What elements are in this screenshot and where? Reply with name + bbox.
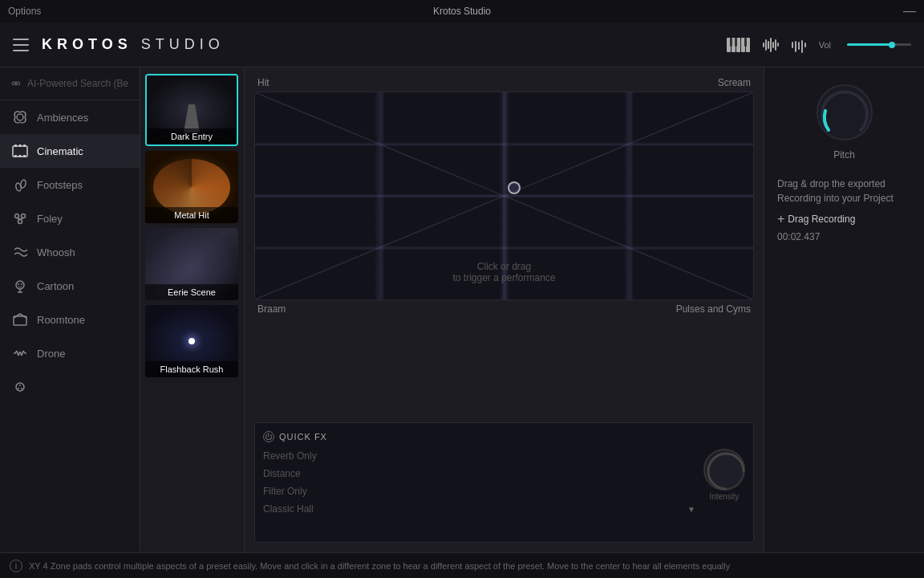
- svg-line-27: [23, 351, 25, 353]
- roomtone-icon: [11, 311, 29, 328]
- preset-label: Eerie Scene: [145, 284, 238, 300]
- fx-intensity-knob[interactable]: Intensity: [703, 449, 745, 490]
- footsteps-icon: [11, 176, 29, 193]
- fx-distance[interactable]: Distance: [263, 466, 695, 481]
- svg-line-14: [20, 218, 23, 220]
- svg-rect-5: [14, 155, 17, 157]
- vol-slider[interactable]: [847, 43, 911, 46]
- quick-fx-header: ⏻ QUICK FX: [263, 431, 745, 442]
- minimize-button[interactable]: —: [903, 4, 916, 18]
- sidebar-item-label: Cinematic: [37, 145, 83, 157]
- xy-labels-top: Hit Scream: [254, 77, 754, 88]
- fx-reverb-only[interactable]: Reverb Only: [263, 449, 695, 463]
- preset-metal-hit[interactable]: Metal Hit: [145, 151, 238, 223]
- xy-area: Hit Scream: [245, 67, 764, 552]
- svg-rect-2: [14, 144, 17, 147]
- pitch-knob-section: Pitch: [813, 80, 877, 161]
- app-title: Krotos Studio: [433, 6, 491, 17]
- sidebar-item-label: Foley: [37, 213, 63, 225]
- fx-classic-hall[interactable]: Classic Hall ▼: [263, 502, 695, 516]
- xy-pad-section: Hit Scream: [254, 77, 754, 416]
- preset-dark-entry[interactable]: Dark Entry: [145, 74, 238, 146]
- waveform-icon[interactable]: [763, 38, 779, 52]
- svg-point-12: [18, 220, 22, 224]
- sidebar: ⚮ Ambiences: [0, 67, 140, 552]
- eq-icon[interactable]: [792, 39, 806, 51]
- sidebar-item-ambiences[interactable]: Ambiences: [0, 100, 140, 134]
- plus-icon: +: [777, 212, 784, 226]
- svg-rect-20: [14, 316, 26, 325]
- nav-items: Ambiences Cinemati: [0, 100, 140, 552]
- pitch-knob[interactable]: [813, 80, 877, 144]
- search-input[interactable]: [27, 78, 128, 89]
- preset-eerie-scene[interactable]: Eerie Scene: [145, 228, 238, 300]
- drone-icon: [11, 344, 29, 362]
- sidebar-item-drone[interactable]: Drone: [0, 336, 140, 370]
- top-bar: KROTOS STUDIO: [0, 22, 924, 67]
- xy-hint: Click or drag to trigger a performance: [452, 261, 555, 283]
- svg-point-32: [21, 388, 22, 389]
- svg-point-9: [20, 179, 26, 188]
- preset-label: Flashback Rush: [145, 361, 238, 377]
- svg-point-0: [17, 114, 23, 120]
- main-content: ⚮ Ambiences: [0, 67, 924, 552]
- top-right-icons: Vol: [727, 38, 911, 52]
- quick-fx-section: ⏻ QUICK FX Reverb Only Distance Filter O…: [254, 422, 754, 543]
- quick-fx-body: Reverb Only Distance Filter Only Classic…: [263, 449, 745, 516]
- sidebar-item-foley[interactable]: Foley: [0, 201, 140, 235]
- svg-line-33: [255, 92, 505, 196]
- foley-icon: [11, 210, 29, 227]
- hamburger-menu[interactable]: [13, 39, 29, 51]
- svg-point-10: [15, 214, 19, 218]
- quick-fx-list: Reverb Only Distance Filter Only Classic…: [263, 449, 695, 516]
- info-icon: i: [10, 560, 22, 572]
- content-area: Dark Entry Metal Hit Eerie Scene Flashba…: [140, 67, 924, 552]
- svg-line-13: [17, 218, 20, 220]
- sidebar-item-label: Whoosh: [37, 246, 75, 258]
- svg-rect-6: [19, 155, 22, 157]
- svg-point-29: [16, 383, 24, 391]
- sidebar-item-footsteps[interactable]: Footsteps: [0, 168, 140, 201]
- svg-rect-4: [23, 144, 26, 147]
- svg-line-35: [255, 196, 505, 299]
- quick-fx-power[interactable]: ⏻: [263, 431, 274, 442]
- presets-panel: Dark Entry Metal Hit Eerie Scene Flashba…: [140, 67, 245, 552]
- more-icon: [11, 378, 29, 396]
- sidebar-item-label: Footsteps: [37, 179, 83, 191]
- search-bar: ⚮: [0, 67, 140, 100]
- sidebar-item-cinematic[interactable]: Cinematic: [0, 134, 140, 168]
- svg-point-19: [21, 283, 22, 285]
- svg-point-31: [18, 388, 19, 389]
- bottom-bar: i XY 4 Zone pads control multiple aspect…: [0, 552, 924, 578]
- fx-filter-only[interactable]: Filter Only: [263, 484, 695, 499]
- cartoon-icon: [11, 277, 29, 295]
- intensity-label: Intensity: [703, 492, 745, 501]
- app-logo: KROTOS STUDIO: [42, 36, 225, 53]
- svg-point-18: [18, 283, 19, 285]
- xy-cursor[interactable]: [508, 181, 521, 194]
- svg-rect-7: [23, 155, 26, 157]
- vol-label: Vol: [819, 40, 831, 50]
- drag-drop-text: Drag & drop the exported Recording into …: [777, 177, 911, 206]
- xy-pad[interactable]: Click or drag to trigger a performance: [254, 92, 754, 300]
- quick-fx-label: QUICK FX: [279, 432, 327, 442]
- drag-recording-label: Drag Recording: [788, 214, 855, 225]
- bottom-info-text: XY 4 Zone pads control multiple aspects …: [29, 561, 730, 571]
- svg-rect-3: [19, 144, 22, 147]
- sidebar-item-roomtone[interactable]: Roomtone: [0, 303, 140, 336]
- xy-label-braam: Braam: [257, 303, 286, 315]
- whoosh-icon: [11, 243, 29, 261]
- sidebar-item-label: Roomtone: [37, 314, 85, 326]
- xy-labels-bottom: Braam Pulses and Cyms: [254, 303, 754, 315]
- preset-flashback-rush[interactable]: Flashback Rush: [145, 305, 238, 377]
- sidebar-item-label: Cartoon: [37, 280, 74, 292]
- recording-timestamp: 00:02.437: [777, 231, 911, 242]
- sidebar-item-cartoon[interactable]: Cartoon: [0, 269, 140, 303]
- sidebar-item-more[interactable]: [0, 370, 140, 404]
- piano-icon[interactable]: [727, 38, 750, 52]
- drag-recording-button[interactable]: + Drag Recording: [777, 212, 911, 226]
- sidebar-item-whoosh[interactable]: Whoosh: [0, 235, 140, 269]
- svg-line-36: [505, 196, 754, 299]
- right-panel: Pitch Drag & drop the exported Recording…: [764, 67, 924, 552]
- options-menu[interactable]: Options: [8, 6, 41, 17]
